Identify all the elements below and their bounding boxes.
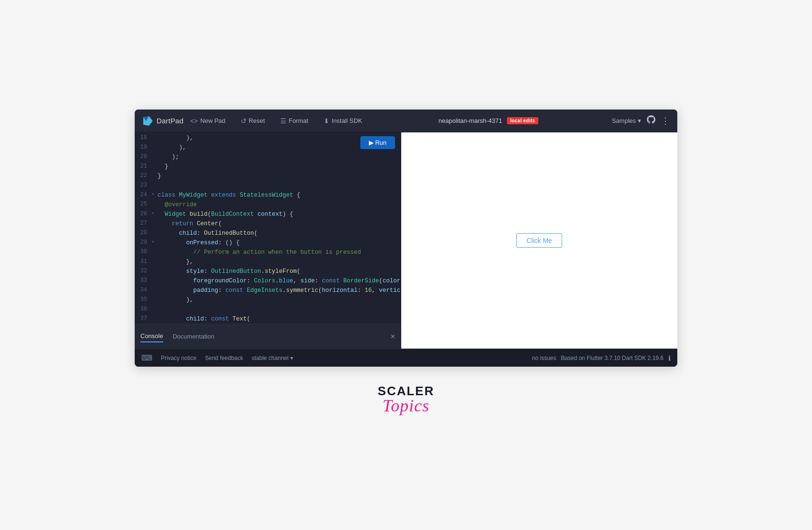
code-line-31: 31 }, — [135, 257, 401, 267]
scaler-branding: SCALER Topics — [378, 384, 435, 416]
console-close-button[interactable]: × — [391, 332, 395, 341]
samples-label: Samples — [612, 117, 636, 124]
footer-left: ⌨ Privacy notice Send feedback stable ch… — [141, 353, 293, 362]
code-line-23: 23 — [135, 181, 401, 190]
code-line-21: 21 } — [135, 162, 401, 171]
code-line-25: 25 @override — [135, 200, 401, 210]
footer: ⌨ Privacy notice Send feedback stable ch… — [135, 349, 677, 367]
preview-panel: Click Me — [401, 132, 677, 349]
code-editor[interactable]: 18 ), 19 ), 20 ); — [135, 132, 401, 324]
privacy-notice-link[interactable]: Privacy notice — [161, 355, 197, 361]
new-pad-button[interactable]: <> New Pad — [187, 115, 228, 127]
channel-label: stable channel — [252, 355, 288, 361]
scaler-topics-label: Topics — [378, 396, 435, 416]
samples-chevron-icon: ▾ — [638, 117, 641, 124]
code-line-20: 20 ); — [135, 152, 401, 162]
install-sdk-button[interactable]: ⬇ Install SDK — [321, 115, 365, 127]
install-sdk-icon: ⬇ — [324, 117, 329, 125]
dartpad-logo: DartPad — [142, 115, 183, 127]
reset-icon: ↺ — [241, 117, 247, 125]
console-tab[interactable]: Console — [140, 330, 163, 342]
console-panel: Console Documentation × — [135, 324, 401, 349]
reset-button[interactable]: ↺ Reset — [238, 115, 268, 127]
new-pad-icon: <> — [190, 117, 198, 125]
format-button[interactable]: ☰ Format — [277, 115, 311, 127]
code-line-35: 35 ), — [135, 295, 401, 305]
header-actions: <> New Pad ↺ Reset ☰ Format ⬇ Install SD… — [187, 115, 365, 127]
dartpad-logo-icon — [142, 115, 154, 127]
code-line-33: 33 foregroundColor: Colors.blue, side: c… — [135, 276, 401, 286]
install-sdk-label: Install SDK — [332, 117, 362, 124]
code-editor-wrapper: ▶ Run 18 ), 19 ), 20 — [135, 132, 401, 324]
keyboard-icon: ⌨ — [141, 353, 152, 362]
main-content: ▶ Run 18 ), 19 ), 20 — [135, 132, 677, 349]
click-me-button[interactable]: Click Me — [516, 233, 562, 248]
header-right: Samples ▾ ⋮ — [612, 115, 670, 126]
code-line-29: 29 ▸ onPressed: () { — [135, 238, 401, 248]
code-line-32: 32 style: OutlinedButton.styleFrom( — [135, 267, 401, 276]
header-center: neapolitan-marsh-4371 local edits — [438, 117, 538, 124]
header-left: DartPad <> New Pad ↺ Reset ☰ Format ⬇ In… — [142, 115, 365, 127]
no-issues-status: no issues — [532, 355, 556, 361]
code-line-34: 34 padding: const EdgeInsets.symmetric(h… — [135, 286, 401, 295]
code-line-26: 26 ▸ Widget build(BuildContext context) … — [135, 210, 401, 219]
new-pad-label: New Pad — [200, 117, 226, 124]
format-label: Format — [289, 117, 308, 124]
documentation-tab[interactable]: Documentation — [173, 333, 214, 340]
code-line-36: 36 — [135, 305, 401, 314]
footer-right: no issues Based on Flutter 3.7.10 Dart S… — [532, 354, 671, 362]
format-icon: ☰ — [280, 117, 287, 125]
code-line-22: 22 } — [135, 171, 401, 181]
channel-chevron-icon: ▾ — [290, 355, 293, 361]
samples-button[interactable]: Samples ▾ — [612, 117, 641, 124]
channel-select[interactable]: stable channel ▾ — [252, 355, 293, 361]
code-line-30: 30 // Perform an action when the button … — [135, 248, 401, 257]
flutter-info: Based on Flutter 3.7.10 Dart SDK 2.19.6 — [561, 355, 663, 361]
send-feedback-link[interactable]: Send feedback — [205, 355, 243, 361]
info-icon[interactable]: ℹ — [668, 354, 671, 362]
code-line-28: 28 child: OutlinedButton( — [135, 229, 401, 238]
code-panel: ▶ Run 18 ), 19 ), 20 — [135, 132, 401, 349]
more-icon[interactable]: ⋮ — [661, 116, 670, 126]
dartpad-title: DartPad — [157, 117, 183, 125]
header: DartPad <> New Pad ↺ Reset ☰ Format ⬇ In… — [135, 110, 677, 132]
reset-label: Reset — [249, 117, 265, 124]
pad-name: neapolitan-marsh-4371 — [438, 117, 502, 124]
local-edits-badge: local edits — [507, 117, 538, 124]
code-line-24: 24 ▸ class MyWidget extends StatelessWid… — [135, 190, 401, 200]
dartpad-app: DartPad <> New Pad ↺ Reset ☰ Format ⬇ In… — [135, 110, 677, 367]
code-line-27: 27 return Center( — [135, 219, 401, 229]
github-icon[interactable] — [647, 115, 655, 126]
run-button[interactable]: ▶ Run — [360, 136, 395, 149]
code-line-37: 37 child: const Text( — [135, 314, 401, 324]
